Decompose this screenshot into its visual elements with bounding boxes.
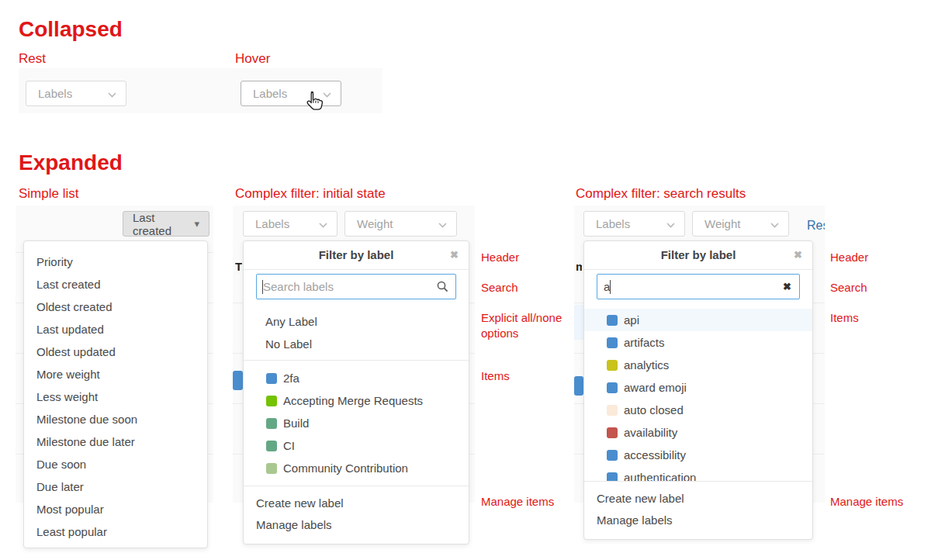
- simple-list-menu: Priority Last created Oldest created Las…: [23, 240, 208, 548]
- chevron-down-icon: [108, 87, 116, 100]
- reset-labels-link[interactable]: Res: [807, 219, 825, 233]
- label-option[interactable]: availability: [584, 421, 812, 444]
- menu-item[interactable]: Less weight: [24, 385, 207, 408]
- manage-labels-link[interactable]: Manage labels: [584, 510, 812, 531]
- label-option[interactable]: Build: [244, 412, 469, 434]
- label-option[interactable]: Accepting Merge Requests: [244, 389, 469, 412]
- label-option[interactable]: auto closed: [584, 399, 812, 421]
- menu-item[interactable]: Most popular: [24, 498, 207, 520]
- labels-dropdown-rest[interactable]: Labels: [26, 81, 126, 106]
- panel-header: Filter by label ✖: [584, 241, 812, 270]
- labels-filter-label: Labels: [255, 217, 289, 230]
- weight-filter-button[interactable]: Weight: [692, 211, 789, 237]
- no-label-option[interactable]: No Label: [244, 333, 469, 355]
- labels-dropdown-hover-label: Labels: [253, 87, 287, 100]
- sort-dropdown-button[interactable]: Last created ▾: [123, 211, 209, 237]
- example-label-search-results: Complex filter: search results: [576, 186, 746, 202]
- label-option[interactable]: analytics: [584, 354, 812, 376]
- label-color-swatch: [266, 441, 277, 451]
- clear-search-icon[interactable]: ✖: [783, 274, 791, 299]
- weight-filter-label: Weight: [357, 217, 393, 230]
- label-option[interactable]: 2fa: [244, 367, 469, 389]
- weight-filter-button[interactable]: Weight: [344, 211, 457, 237]
- dropdown-spec-page: Collapsed Rest Hover Labels Labels Expan…: [0, 0, 945, 560]
- annotation-manage-items: Manage items: [481, 494, 582, 510]
- text-caret: [262, 280, 263, 294]
- chevron-down-icon: [323, 87, 331, 100]
- label-option[interactable]: accessibility: [584, 444, 812, 466]
- menu-item[interactable]: Due later: [24, 475, 207, 498]
- label-filter-panel-search: Filter by label ✖ ✖ api artifacts analyt…: [583, 240, 813, 540]
- background-text-fragment: T: [235, 260, 242, 272]
- sort-options-list: Priority Last created Oldest created Las…: [24, 241, 207, 548]
- label-color-swatch: [607, 360, 618, 371]
- label-color-swatch: [607, 315, 618, 326]
- search-labels-input[interactable]: [256, 274, 456, 299]
- panel-title: Filter by label: [661, 248, 736, 261]
- annotation-manage-items: Manage items: [830, 494, 945, 510]
- menu-item[interactable]: Milestone due later: [24, 430, 207, 453]
- label-option[interactable]: Community Contribution: [244, 457, 469, 479]
- label-option[interactable]: artifacts: [584, 331, 812, 354]
- annotation-header: Header: [830, 250, 945, 265]
- panel-footer: Create new label Manage labels: [584, 482, 812, 539]
- label-option[interactable]: CI: [244, 434, 469, 457]
- annotation-search: Search: [481, 280, 582, 296]
- search-row: ✖: [584, 270, 812, 306]
- chevron-down-icon: [770, 217, 779, 230]
- panel-footer: Create new label Manage labels: [244, 486, 469, 544]
- search-row: [244, 270, 469, 306]
- menu-item[interactable]: Priority: [24, 251, 207, 273]
- menu-item[interactable]: Milestone due soon: [24, 408, 207, 430]
- label-color-swatch: [607, 427, 618, 438]
- label-option[interactable]: api: [584, 309, 812, 331]
- panel-header: Filter by label ✖: [244, 241, 469, 270]
- text-caret: [610, 280, 611, 294]
- label-option-clipped[interactable]: authentication: [584, 466, 812, 482]
- labels-filter-button[interactable]: Labels: [583, 211, 685, 237]
- any-label-option[interactable]: Any Label: [244, 310, 469, 333]
- caret-down-icon: ▾: [194, 218, 199, 230]
- label-color-swatch: [266, 396, 277, 406]
- menu-item[interactable]: Oldest created: [24, 296, 207, 318]
- annotation-items: Items: [481, 368, 582, 384]
- close-icon[interactable]: ✖: [794, 241, 802, 269]
- sort-dropdown-label: Last created: [133, 211, 186, 237]
- background-label-chip-fragment: [233, 371, 243, 390]
- close-icon[interactable]: ✖: [450, 241, 459, 269]
- menu-item[interactable]: Oldest updated: [24, 340, 207, 363]
- chevron-down-icon: [319, 217, 327, 230]
- example-label-initial-state: Complex filter: initial state: [235, 186, 386, 202]
- label-color-swatch: [266, 373, 277, 384]
- label-options-list: api artifacts analytics award emoji auto…: [584, 306, 812, 482]
- labels-dropdown-hover[interactable]: Labels: [241, 81, 341, 106]
- label-option[interactable]: award emoji: [584, 376, 812, 399]
- menu-item[interactable]: Least popular: [24, 520, 207, 543]
- menu-item[interactable]: Last updated: [24, 318, 207, 340]
- search-labels-input[interactable]: [597, 274, 800, 299]
- label-color-swatch: [266, 463, 277, 474]
- menu-item[interactable]: More weight: [24, 363, 207, 385]
- chevron-down-icon: [666, 217, 675, 230]
- menu-item[interactable]: Last created: [24, 273, 207, 296]
- annotation-items: Items: [830, 310, 945, 326]
- labels-dropdown-rest-label: Labels: [38, 87, 72, 100]
- label-color-swatch: [607, 472, 618, 482]
- menu-item[interactable]: Due soon: [24, 453, 207, 475]
- panel-title: Filter by label: [319, 248, 394, 261]
- labels-filter-label: Labels: [596, 217, 630, 230]
- section-title-collapsed: Collapsed: [19, 17, 123, 42]
- annotation-search: Search: [830, 280, 945, 296]
- all-none-options: Any Label No Label: [244, 306, 469, 361]
- weight-filter-label: Weight: [704, 217, 740, 230]
- state-label-hover: Hover: [235, 51, 270, 67]
- labels-filter-button[interactable]: Labels: [243, 211, 338, 237]
- label-color-swatch: [607, 450, 618, 461]
- manage-labels-link[interactable]: Manage labels: [244, 514, 469, 536]
- search-icon: [437, 281, 448, 295]
- create-new-label-link[interactable]: Create new label: [244, 493, 469, 514]
- state-label-rest: Rest: [19, 51, 46, 67]
- create-new-label-link[interactable]: Create new label: [584, 488, 812, 510]
- annotation-explicit-options: Explicit all/none options: [481, 310, 576, 341]
- annotation-header: Header: [481, 250, 582, 265]
